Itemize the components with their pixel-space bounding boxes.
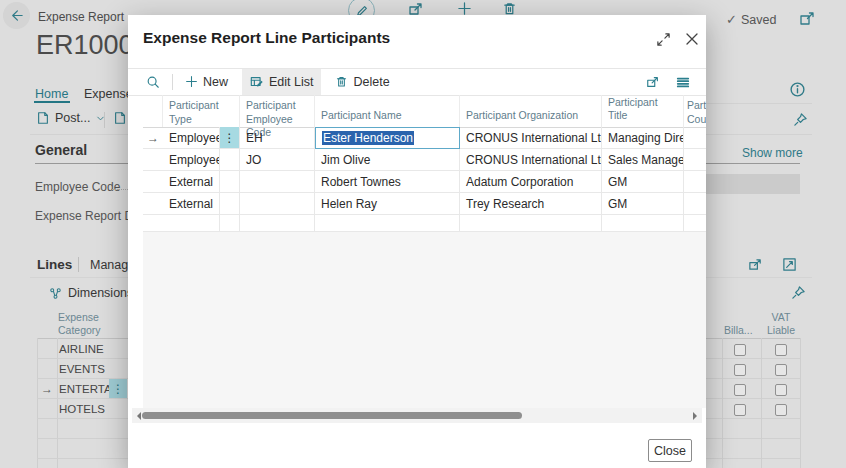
show-more-link[interactable]: Show more (742, 146, 803, 160)
vat-liable-checkbox[interactable] (775, 344, 787, 356)
document-icon (113, 111, 127, 125)
col-participant-title[interactable]: Participant Title (602, 95, 684, 127)
plus-icon (185, 75, 198, 88)
close-button[interactable]: Close (648, 439, 692, 462)
cell-name[interactable]: Robert Townes (315, 171, 460, 193)
row-options-handle[interactable] (220, 193, 240, 215)
row-options-handle[interactable] (220, 171, 240, 193)
cell-type[interactable]: External (163, 171, 220, 193)
new-label: New (203, 75, 228, 89)
row-options-handle[interactable]: ⋮ (109, 379, 127, 398)
scroll-right-arrow[interactable] (693, 412, 701, 420)
cell-org[interactable]: CRONUS International Ltd. (460, 149, 602, 171)
cell-title[interactable]: Sales Manager (602, 149, 684, 171)
pin-lines-button[interactable] (791, 285, 806, 300)
cell-country[interactable] (684, 171, 706, 193)
cell-code[interactable] (240, 193, 315, 215)
report-button[interactable] (113, 111, 127, 125)
cell-code[interactable] (240, 171, 315, 193)
dialog-share-button[interactable] (638, 69, 668, 95)
cell-type[interactable]: Employee (163, 149, 220, 171)
check-icon: ✓ (726, 12, 737, 27)
general-heading: General (35, 142, 87, 158)
cell-code[interactable]: EH (240, 127, 315, 149)
edit-list-button[interactable]: Edit List (242, 69, 321, 95)
dialog-title: Expense Report Line Participants (143, 29, 390, 47)
open-in-new-icon (799, 11, 815, 27)
table-row[interactable]: External Robert Townes Adatum Corporatio… (143, 171, 706, 193)
new-row-button[interactable]: New (177, 69, 236, 95)
empty-row[interactable] (143, 215, 706, 232)
expense-row-events[interactable]: EVENTS (59, 363, 105, 375)
cell-type[interactable]: External (163, 193, 220, 215)
cell-name[interactable]: Jim Olive (315, 149, 460, 171)
choose-columns-button[interactable] (668, 69, 698, 95)
tab-expense[interactable]: Expense (84, 87, 133, 101)
cell-title[interactable]: Managing Direc... (602, 127, 684, 149)
vat-liable-checkbox[interactable] (775, 364, 787, 376)
expense-row-hotels[interactable]: HOTELS (59, 403, 105, 415)
billable-checkbox[interactable] (734, 404, 746, 416)
cell-code[interactable]: JO (240, 149, 315, 171)
table-row[interactable]: → Employee ⋮ EH Ester Henderson CRONUS I… (143, 127, 706, 149)
lines-share-button[interactable] (748, 257, 763, 272)
row-options-handle[interactable] (220, 149, 240, 171)
cell-org[interactable]: CRONUS International Ltd. (460, 127, 602, 149)
col-participant-name[interactable]: Participant Name (315, 95, 460, 127)
cell-country[interactable] (684, 149, 706, 171)
field-leader (112, 189, 128, 190)
col-participant-type[interactable]: ParticipantType (163, 95, 240, 127)
delete-label: Delete (353, 75, 389, 89)
scroll-left-arrow[interactable] (133, 412, 141, 420)
cell-title[interactable]: GM (602, 193, 684, 215)
table-row[interactable]: Employee JO Jim Olive CRONUS Internation… (143, 149, 706, 171)
scrollbar-thumb[interactable] (142, 412, 522, 419)
row-options-handle[interactable]: ⋮ (220, 127, 240, 149)
trash-icon (335, 75, 348, 88)
delete-row-button[interactable]: Delete (327, 69, 397, 95)
pin-general-button[interactable] (793, 112, 808, 127)
billable-checkbox[interactable] (734, 384, 746, 396)
vat-liable-checkbox[interactable] (775, 384, 787, 396)
horizontal-scrollbar[interactable] (132, 408, 702, 423)
cell-org[interactable]: Trey Research (460, 193, 602, 215)
search-button[interactable] (138, 69, 168, 95)
cell-title[interactable]: GM (602, 171, 684, 193)
billable-checkbox[interactable] (734, 344, 746, 356)
page-caption: Expense Report (38, 10, 124, 24)
dimensions-button[interactable]: Dimensions (49, 286, 133, 300)
maximize-button[interactable] (656, 32, 671, 47)
table-row[interactable]: External Helen Ray Trey Research GM (143, 193, 706, 215)
cell-country[interactable] (684, 127, 706, 149)
cell-org[interactable]: Adatum Corporation (460, 171, 602, 193)
dialog-toolbar: New Edit List Delete (128, 68, 706, 95)
col-participant-organization[interactable]: Participant Organization (460, 95, 602, 127)
post-button[interactable]: Post... (36, 111, 106, 125)
active-row-arrow: → (143, 127, 163, 149)
cell-country[interactable] (684, 193, 706, 215)
col-participant-country[interactable]: ParticCoun (684, 95, 706, 127)
tab-home[interactable]: Home (35, 87, 68, 101)
billable-checkbox[interactable] (734, 364, 746, 376)
vat-liable-checkbox[interactable] (775, 404, 787, 416)
cell-name-focused[interactable]: Ester Henderson (315, 127, 460, 149)
tab-underline (34, 101, 70, 103)
back-button[interactable] (3, 2, 30, 29)
open-in-new-button[interactable] (799, 11, 815, 27)
context-pane-button[interactable] (789, 81, 806, 98)
col-participant-employee-code[interactable]: ParticipantEmployee Code (240, 95, 315, 127)
new-button[interactable] (457, 1, 472, 16)
employee-code-label: Employee Code (35, 180, 120, 194)
lines-expand-button[interactable] (782, 257, 797, 272)
table-header-row: ParticipantType ParticipantEmployee Code… (143, 95, 706, 127)
cell-type[interactable]: Employee (163, 127, 220, 149)
lines-heading: Lines (37, 257, 72, 272)
save-status: ✓ Saved (726, 12, 776, 27)
expense-category-header: Expense Category (58, 311, 101, 337)
close-dialog-button[interactable] (684, 31, 700, 47)
delete-button[interactable] (502, 1, 517, 16)
expense-row-airline[interactable]: AIRLINE (59, 343, 104, 355)
cell-name[interactable]: Helen Ray (315, 193, 460, 215)
table-empty-area (143, 232, 706, 408)
edit-list-icon (250, 75, 264, 89)
